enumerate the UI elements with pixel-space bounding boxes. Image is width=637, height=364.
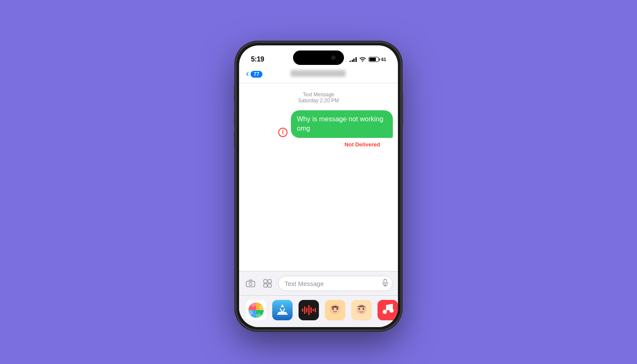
message-timestamp: Text Message Saturday 2:20 PM [244, 92, 393, 104]
svg-rect-17 [313, 309, 314, 311]
back-badge: 77 [251, 71, 262, 78]
svg-point-25 [358, 308, 360, 310]
battery-percent: 61 [381, 57, 386, 62]
page-background: 5:19 [0, 0, 637, 364]
message-error-icon[interactable]: ! [278, 128, 287, 137]
message-input-field[interactable]: Text Message [278, 276, 393, 291]
message-service-label: Text Message [244, 92, 393, 98]
dock-app-memoji1[interactable] [325, 300, 345, 320]
phone-wrapper: 5:19 [236, 42, 401, 330]
dock-app-photos[interactable] [246, 300, 266, 320]
back-chevron-icon: ‹ [246, 69, 249, 78]
camera-dot [331, 56, 335, 60]
svg-point-21 [332, 308, 334, 310]
not-delivered-label: Not Delivered [244, 141, 380, 148]
dock-app-voicememo[interactable] [299, 300, 319, 320]
battery-icon: 61 [369, 57, 386, 62]
dock-app-appstore[interactable] [272, 300, 293, 320]
svg-rect-2 [264, 280, 267, 283]
camera-button[interactable] [244, 277, 257, 290]
dock-app-memoji2[interactable] [351, 300, 372, 320]
svg-rect-6 [384, 279, 386, 283]
status-bar: 5:19 [239, 45, 398, 67]
svg-rect-10 [272, 300, 293, 320]
message-input-placeholder: Text Message [285, 280, 324, 287]
svg-point-20 [330, 304, 340, 314]
message-row-sent: ! Why is message not working omg [244, 110, 393, 138]
svg-rect-4 [264, 284, 267, 287]
back-button[interactable]: ‹ 77 [246, 70, 262, 78]
svg-rect-16 [310, 307, 312, 313]
contact-name[interactable] [262, 70, 374, 78]
signal-bar-3 [353, 59, 355, 62]
svg-point-28 [364, 308, 364, 309]
svg-rect-18 [315, 308, 316, 312]
svg-point-26 [363, 308, 364, 310]
status-time: 5:19 [251, 56, 264, 63]
svg-rect-3 [268, 280, 271, 283]
svg-rect-0 [246, 281, 255, 287]
dock-app-music[interactable] [378, 300, 398, 320]
dock [239, 295, 398, 327]
input-row: Text Message [244, 276, 393, 291]
svg-rect-15 [308, 305, 310, 315]
svg-rect-13 [304, 306, 305, 314]
svg-rect-12 [302, 308, 303, 312]
signal-bar-4 [355, 57, 357, 62]
message-bubble-sent[interactable]: Why is message not working omg [291, 110, 393, 138]
apps-button[interactable] [261, 277, 274, 290]
status-icons: 61 [350, 56, 386, 63]
message-date-label: Saturday 2:20 PM [244, 98, 393, 104]
svg-point-30 [383, 310, 387, 314]
wifi-icon [359, 56, 366, 63]
svg-point-22 [336, 308, 338, 310]
dynamic-island [293, 50, 344, 65]
contact-name-blurred [290, 70, 346, 77]
messages-content: Text Message Saturday 2:20 PM ! Why is m… [239, 83, 398, 271]
phone-screen: 5:19 [239, 45, 398, 327]
svg-point-1 [249, 283, 252, 286]
signal-bar-1 [350, 61, 351, 62]
svg-rect-14 [306, 308, 307, 313]
microphone-icon [382, 279, 388, 288]
input-area: Text Message [239, 271, 398, 295]
signal-bar-2 [352, 60, 353, 62]
nav-bar: ‹ 77 [239, 67, 398, 83]
svg-point-27 [359, 308, 360, 309]
svg-point-31 [389, 308, 394, 313]
svg-rect-5 [268, 284, 271, 287]
signal-icon [350, 57, 357, 62]
